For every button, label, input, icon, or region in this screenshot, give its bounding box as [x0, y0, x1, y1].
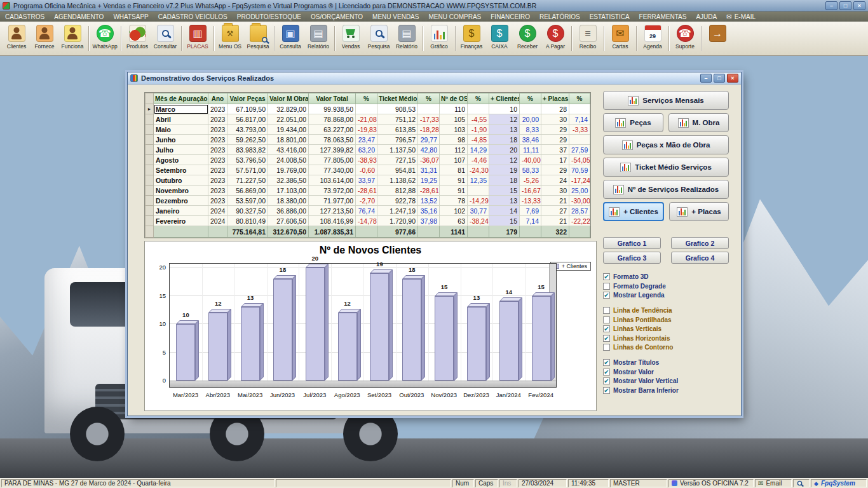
checkbox-box[interactable]: ✔ [603, 325, 610, 332]
window-title-bar[interactable]: Demonstrativo dos Serviços Realizados – … [128, 72, 741, 85]
checkbox-linhas-pontilhadas[interactable]: Linhas Pontilhadas [603, 316, 729, 323]
toolbar-button-agenda[interactable]: 29Agenda [639, 23, 667, 54]
table-row[interactable]: Agosto202353.796,5024.008,5077.805,00-38… [146, 155, 590, 165]
finance-icon: $ [463, 25, 480, 42]
menu-item-menu-vendas[interactable]: MENU VENDAS [372, 13, 419, 20]
toolbar-button-recibo[interactable]: ≡Recibo [574, 23, 602, 54]
menu-item-agendamento[interactable]: AGENDAMENTO [54, 13, 104, 20]
table-row[interactable]: ►Marco202367.109,5032.829,0099.938,50908… [146, 104, 590, 114]
table-row[interactable]: Outubro202371.227,5032.386,50103.614,003… [146, 175, 590, 186]
checkbox-box[interactable]: ✔ [603, 292, 610, 299]
menu-item-produto-estoque[interactable]: PRODUTO/ESTOQUE [237, 13, 301, 20]
checkbox-box[interactable]: ✔ [603, 273, 610, 280]
table-row[interactable]: Julho202383.983,8243.416,00127.399,8263,… [146, 145, 590, 155]
table-row[interactable]: Dezembro202353.597,0018.380,0071.977,00-… [146, 196, 590, 206]
toolbar-button-produtos[interactable]: Produtos [123, 23, 151, 54]
checkbox-box[interactable] [603, 307, 610, 314]
grafico-button-grafico-3[interactable]: Grafico 3 [603, 252, 661, 264]
toolbar-button-exit-door-icon[interactable]: → [703, 23, 731, 54]
table-row[interactable]: Junho202359.262,5018.801,0078.063,5023,4… [146, 135, 590, 145]
toolbar-button-consulta[interactable]: ▣Consulta [276, 23, 304, 54]
toolbar-button-menu-os[interactable]: ⚒Menu OS [216, 23, 244, 54]
panel-button-placas[interactable]: + Placas [669, 202, 729, 221]
checkbox-box[interactable]: ✔ [603, 335, 610, 342]
toolbar-button-cartas[interactable]: ✉Cartas [606, 23, 634, 54]
toolbar-button-placas[interactable]: ▥PLACAS [184, 23, 212, 54]
menu-item-estatistica[interactable]: ESTATISTICA [590, 13, 630, 20]
panel-button-servi-os-mensais[interactable]: Serviços Mensais [603, 91, 729, 110]
table-row[interactable]: Abril202356.817,0022.051,0078.868,00-21,… [146, 114, 590, 125]
checkbox-box[interactable]: ✔ [603, 387, 610, 394]
close-button[interactable]: × [853, 1, 865, 10]
toolbar-button-fornece[interactable]: Fornece [31, 23, 58, 54]
toolbar-button-consultar[interactable]: Consultar [151, 23, 179, 54]
cell: 14 [489, 206, 520, 216]
menu-item-e-mail[interactable]: ✉E-MAIL [726, 13, 756, 20]
menu-item-os-or-amento[interactable]: OS/ORÇAMENTO [311, 13, 363, 20]
checkbox-mostrar-valor-vertical[interactable]: ✔Mostrar Valor Vertical [603, 377, 729, 384]
minimize-button[interactable]: – [825, 1, 837, 10]
toolbar-button-relat-rio[interactable]: ▤Relatório [393, 23, 421, 54]
checkbox-box[interactable] [603, 283, 610, 290]
menu-item-relat-rios[interactable]: RELATÓRIOS [539, 13, 580, 20]
panel-button-ticket-m-dio-servi-os[interactable]: Ticket Médio Serviços [603, 158, 729, 177]
menu-item-cadastro-veiculos[interactable]: CADASTRO VEICULOS [158, 13, 227, 20]
app-title-bar[interactable]: Programa Oficina Mecânica + Vendas e Fin… [0, 0, 868, 11]
checkbox-mostrar-legenda[interactable]: ✔Mostrar Legenda [603, 292, 729, 299]
window-close-button[interactable]: × [727, 74, 738, 83]
checkbox-mostrar-t-tulos[interactable]: ✔Mostrar Títulos [603, 359, 729, 366]
toolbar-button-pesquisa[interactable]: Pesquisa [365, 23, 393, 54]
panel-button-pe-as[interactable]: Peças [603, 113, 663, 132]
toolbar-button-relat-rio[interactable]: ▤Relatório [304, 23, 332, 54]
checkbox-linhas-verticais[interactable]: ✔Linhas Verticais [603, 325, 729, 332]
checkbox-box[interactable]: ✔ [603, 377, 610, 384]
checkbox-box[interactable]: ✔ [603, 359, 610, 366]
toolbar-button-clientes[interactable]: Clientes [3, 23, 31, 54]
table-row[interactable]: Setembro202357.571,0019.769,0077.340,00-… [146, 165, 590, 175]
menu-item-ajuda[interactable]: AJUDA [696, 13, 717, 20]
menu-item-financeiro[interactable]: FINANCEIRO [491, 13, 530, 20]
checkbox-linha-de-tend-ncia[interactable]: Linha de Tendência [603, 307, 729, 314]
table-row[interactable]: Maio202343.793,0019.434,0063.227,00-19,8… [146, 125, 590, 135]
checkbox-mostrar-valor[interactable]: ✔Mostrar Valor [603, 369, 729, 376]
window-maximize-button[interactable]: □ [714, 74, 725, 83]
checkbox-box[interactable] [603, 344, 610, 351]
chart-bar [273, 279, 292, 381]
checkbox-mostrar-barra-inferior[interactable]: ✔Mostrar Barra Inferior [603, 387, 729, 394]
checkbox-formato-degrade[interactable]: Formato Degrade [603, 283, 729, 290]
table-row[interactable]: Janeiro202490.327,5036.886,00127.213,507… [146, 206, 590, 216]
grafico-button-grafico-4[interactable]: Grafico 4 [671, 252, 729, 264]
checkbox-box[interactable] [603, 316, 610, 323]
menu-item-label: ESTATISTICA [590, 13, 630, 20]
window-minimize-button[interactable]: – [700, 74, 712, 83]
toolbar-button-vendas[interactable]: Vendas [337, 23, 365, 54]
grafico-button-grafico-2[interactable]: Grafico 2 [671, 237, 729, 249]
table-row[interactable]: Fevereiro202480.810,4927.606,50108.416,9… [146, 216, 590, 226]
checkbox-box[interactable]: ✔ [603, 369, 610, 376]
panel-button-m-obra[interactable]: M. Obra [668, 113, 729, 132]
panel-button-pe-as-x-m-o-de-obra[interactable]: Peças x Mão de Obra [603, 135, 729, 154]
checkbox-linhas-de-contorno[interactable]: Linhas de Contorno [603, 344, 729, 351]
menu-item-whatsapp[interactable]: WHATSAPP [113, 13, 148, 20]
menu-item-menu-compras[interactable]: MENU COMPRAS [428, 13, 481, 20]
table-row[interactable]: Novembro202356.869,0017.103,0073.972,00-… [146, 186, 590, 196]
cell: 127.213,50 [309, 206, 356, 216]
panel-button-clientes[interactable]: + Clientes [603, 202, 664, 221]
toolbar-button-pesquisa[interactable]: Pesquisa [244, 23, 272, 54]
maximize-button[interactable]: □ [839, 1, 851, 10]
checkbox-linhas-horizontais[interactable]: ✔Linhas Horizontais [603, 335, 729, 342]
menu-item-cadastros[interactable]: CADASTROS [5, 13, 44, 20]
toolbar-button-a-pagar[interactable]: $A Pagar [541, 23, 569, 54]
checkbox-formato-3d[interactable]: ✔Formato 3D [603, 273, 729, 280]
menu-item-label: OS/ORÇAMENTO [311, 13, 363, 20]
toolbar-button-finan-as[interactable]: $Finanças [458, 23, 485, 54]
toolbar-button-caixa[interactable]: $CAIXA [485, 23, 513, 54]
toolbar-button-gr-fico[interactable]: Gráfico [425, 23, 453, 54]
toolbar-button-receber[interactable]: $Receber [513, 23, 541, 54]
toolbar-button-funciona[interactable]: Funciona [58, 23, 86, 54]
toolbar-button-whatsapp[interactable]: ☎WhatsApp [91, 23, 119, 54]
menu-item-ferramentas[interactable]: FERRAMENTAS [639, 13, 687, 20]
panel-button-n-de-servi-os-realizados[interactable]: Nº de Serviços Realizados [603, 180, 729, 199]
toolbar-button-suporte[interactable]: ☎Suporte [671, 23, 699, 54]
grafico-button-grafico-1[interactable]: Grafico 1 [603, 237, 661, 249]
